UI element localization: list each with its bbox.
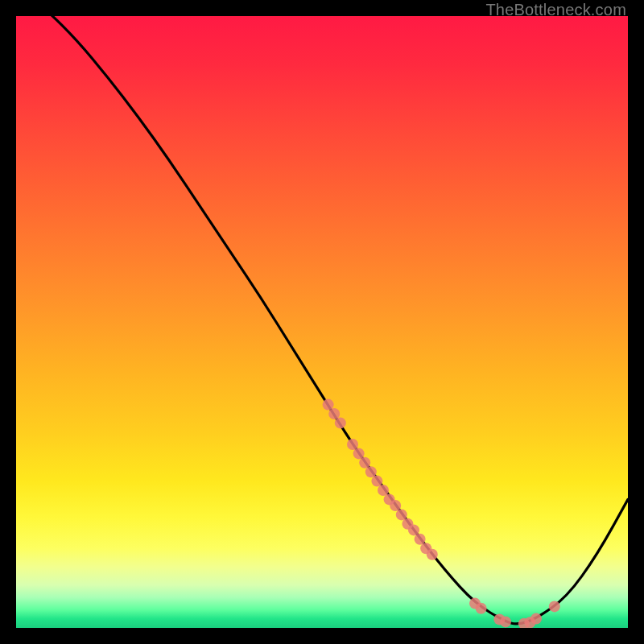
plot-area (16, 16, 628, 628)
marker-point (427, 549, 438, 560)
marker-point (359, 457, 370, 469)
marker-point (353, 448, 365, 459)
bottleneck-curve (16, 16, 628, 624)
marker-point (378, 485, 389, 496)
marker-point (365, 466, 377, 477)
highlight-markers (323, 399, 560, 628)
curve-layer (16, 16, 628, 628)
marker-point (408, 524, 419, 535)
marker-point (415, 534, 426, 545)
marker-point (390, 500, 401, 511)
marker-point (347, 439, 358, 450)
chart-container: TheBottleneck.com (0, 0, 644, 644)
marker-point (328, 408, 340, 419)
marker-point (323, 399, 334, 411)
marker-point (500, 616, 511, 627)
marker-point (549, 601, 560, 612)
marker-point (530, 613, 542, 625)
marker-point (476, 603, 487, 614)
marker-point (396, 509, 407, 520)
marker-point (371, 476, 382, 487)
marker-point (335, 417, 346, 428)
